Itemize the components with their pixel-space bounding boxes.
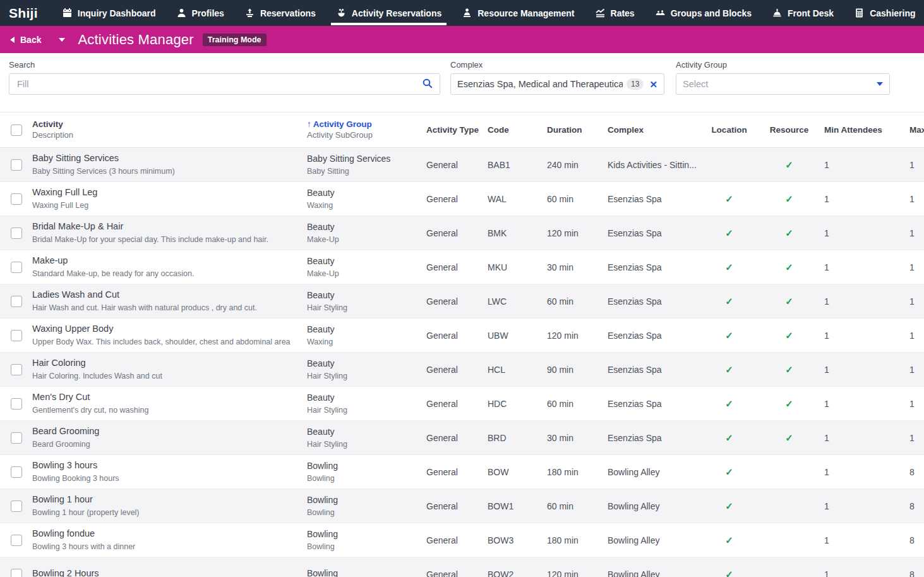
table-row[interactable]: Bowling 1 hour Bowling 1 hour (property …	[0, 489, 924, 523]
calendar-icon	[62, 8, 73, 18]
complex-clear-icon[interactable]: ✕	[649, 80, 657, 89]
activity-description: Hair Coloring. Includes Wash and cut	[32, 371, 299, 381]
nav-item-groups-and-blocks[interactable]: Groups and Blocks	[645, 0, 762, 26]
table-row[interactable]: Beard Grooming Beard Grooming Beauty Hai…	[0, 421, 924, 455]
group-cell: Bowling Bowling	[307, 528, 426, 552]
table-row[interactable]: Bowling 2 Hours Bowling General BOW2 120…	[0, 557, 924, 577]
activity-cell: Baby Sitting Services Baby Sitting Servi…	[32, 152, 307, 176]
activity-type-cell: General	[426, 569, 488, 577]
row-checkbox[interactable]	[11, 159, 22, 171]
activity-description: Upper Body Wax. This includes back, shou…	[32, 337, 299, 347]
activity-description: Waxing Full Leg	[32, 200, 299, 210]
activities-table: Activity Description ↑Activity Group Act…	[0, 112, 924, 577]
nav-item-rates[interactable]: Rates	[585, 0, 645, 26]
nav-item-label: Resource Management	[477, 8, 574, 18]
min-attendees-cell: 1	[819, 569, 904, 577]
row-checkbox[interactable]	[11, 193, 22, 205]
row-checkbox[interactable]	[11, 501, 22, 512]
select-all-checkbox[interactable]	[11, 125, 22, 136]
search-icon[interactable]	[422, 78, 433, 91]
table-row[interactable]: Men's Dry Cut Gentlement's dry cut, no w…	[0, 387, 924, 421]
max-attendees-cell: 1	[904, 262, 924, 272]
row-checkbox[interactable]	[11, 569, 22, 577]
activity-description: Bowling 1 hour (property level)	[32, 507, 299, 518]
max-attendees-cell: 1	[904, 228, 924, 238]
activity-type-cell: General	[426, 331, 488, 341]
nav-item-resource-management[interactable]: Resource Management	[452, 0, 584, 26]
resource-check-icon: ✓	[759, 398, 819, 410]
column-header-activity-group[interactable]: ↑Activity Group Activity SubGroup	[307, 119, 426, 140]
activity-group: Beauty	[307, 221, 419, 233]
location-check-icon: ✓	[699, 296, 759, 307]
complex-cell: Bowling Alley	[608, 501, 699, 511]
complex-value: Esenzias Spa, Medical and Therapeutical …	[457, 79, 623, 89]
nav-item-label: Rates	[611, 8, 635, 18]
table-row[interactable]: Make-up Standard Make-up, be ready for a…	[0, 250, 924, 284]
duration-cell: 120 min	[547, 569, 608, 577]
search-input[interactable]	[16, 78, 422, 90]
activity-name: Hair Coloring	[32, 357, 299, 369]
table-row[interactable]: Bowling 3 hours Bowling Booking 3 hours …	[0, 455, 924, 489]
table-body: Baby Sitting Services Baby Sitting Servi…	[0, 148, 924, 577]
nav-item-front-desk[interactable]: Front Desk	[762, 0, 844, 26]
back-label: Back	[20, 35, 41, 45]
location-check-icon: ✓	[699, 262, 759, 273]
rates-chart-icon	[595, 8, 606, 18]
person-icon	[176, 8, 187, 18]
location-check-icon: ✓	[699, 569, 759, 577]
row-checkbox[interactable]	[11, 330, 22, 341]
nav-item-inquiry-dashboard[interactable]: Inquiry Dashboard	[52, 0, 166, 26]
row-checkbox[interactable]	[11, 466, 22, 478]
activity-group-placeholder: Select	[683, 79, 877, 89]
group-cell: Beauty Make-Up	[307, 221, 426, 245]
activity-group-select[interactable]: Select	[676, 73, 890, 95]
row-checkbox[interactable]	[11, 262, 22, 273]
complex-filter[interactable]: Esenzias Spa, Medical and Therapeutical …	[450, 73, 664, 95]
table-row[interactable]: Waxing Upper Body Upper Body Wax. This i…	[0, 319, 924, 353]
search-control	[9, 73, 440, 95]
nav-item-activity-reservations[interactable]: Activity Reservations	[326, 0, 452, 26]
podium-arrow-icon	[244, 8, 255, 18]
activity-cell: Beard Grooming Beard Grooming	[32, 425, 307, 449]
activity-description: Baby Sitting Services (3 hours minimum)	[32, 166, 299, 176]
code-cell: HCL	[488, 365, 547, 375]
service-bell-icon	[772, 8, 783, 18]
row-checkbox[interactable]	[11, 228, 22, 239]
activity-group: Bowling	[307, 494, 419, 506]
activity-group: Baby Sitting Services	[307, 153, 419, 164]
row-checkbox[interactable]	[11, 398, 22, 410]
activity-name: Baby Sitting Services	[32, 152, 299, 164]
min-attendees-cell: 1	[819, 433, 904, 443]
resource-person-icon	[462, 8, 472, 18]
location-check-icon: ✓	[699, 466, 759, 478]
complex-label: Complex	[450, 60, 664, 70]
nav-item-label: Front Desk	[788, 8, 834, 18]
nav-item-cashiering[interactable]: Cashiering	[844, 0, 924, 26]
table-row[interactable]: Hair Coloring Hair Coloring. Includes Wa…	[0, 353, 924, 387]
row-checkbox[interactable]	[11, 296, 22, 307]
filter-bar: Search Complex Esenzias Spa, Medical and…	[0, 53, 924, 112]
row-checkbox[interactable]	[11, 364, 22, 375]
code-cell: BOW	[488, 467, 547, 477]
row-checkbox[interactable]	[11, 432, 22, 444]
table-row[interactable]: Ladies Wash and Cut Hair Wash and cut. H…	[0, 284, 924, 319]
row-checkbox[interactable]	[11, 535, 22, 546]
location-check-icon: ✓	[699, 432, 759, 444]
nav-item-reservations[interactable]: Reservations	[234, 0, 326, 26]
table-row[interactable]: Bowling fondue Bowling 3 hours with a di…	[0, 523, 924, 557]
nav-item-profiles[interactable]: Profiles	[166, 0, 234, 26]
max-attendees-cell: 1	[904, 194, 924, 204]
table-row[interactable]: Baby Sitting Services Baby Sitting Servi…	[0, 148, 924, 182]
group-cell: Beauty Waxing	[307, 324, 426, 347]
complex-cell: Esenzias Spa	[608, 194, 699, 204]
training-mode-badge: Training Mode	[203, 33, 267, 46]
activity-subgroup: Bowling	[307, 473, 419, 483]
activity-name: Ladies Wash and Cut	[32, 289, 299, 301]
table-row[interactable]: Bridal Make-Up & Hair Bridal Make-Up for…	[0, 216, 924, 250]
table-row[interactable]: Waxing Full Leg Waxing Full Leg Beauty W…	[0, 182, 924, 216]
select-caret-icon	[877, 82, 883, 86]
back-button[interactable]: Back	[10, 35, 41, 45]
activity-subgroup: Waxing	[307, 337, 419, 347]
header-menu-caret-icon[interactable]	[59, 38, 65, 42]
complex-cell: Bowling Alley	[608, 535, 699, 545]
